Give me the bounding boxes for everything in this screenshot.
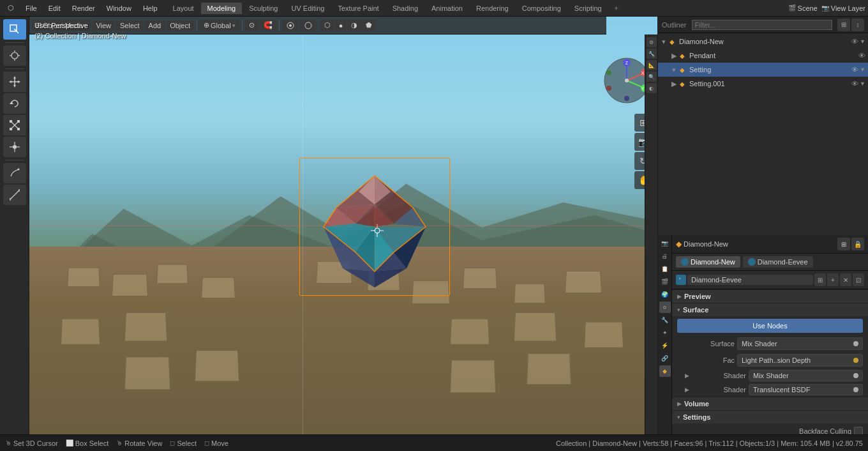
material-new-button[interactable]: + [827,273,839,286]
cursor-tool-button[interactable] [3,45,26,66]
setting-001-visibility-icon[interactable]: 👁 [851,80,858,88]
add-workspace-button[interactable]: ＋ [609,1,624,15]
tab-animation[interactable]: Animation [425,3,469,14]
surface-section-header[interactable]: ▾ Surface [672,303,868,316]
tab-modeling[interactable]: Modeling [201,3,243,14]
wireframe-shading-button[interactable]: ⬡ [320,20,334,31]
material-copy-button[interactable]: ⊡ [853,273,864,286]
settings-section-header[interactable]: ▾ Settings [672,410,868,424]
annotate-tool-button[interactable] [3,163,26,183]
props-btn-4[interactable]: 🔍 [647,72,657,82]
shader2-node-dot[interactable] [853,387,858,392]
edit-menu[interactable]: Edit [43,3,66,13]
surface-expand-icon: ▾ [677,307,680,313]
object-menu-button[interactable]: Object [166,20,194,31]
world-props-icon[interactable]: 🌍 [659,289,671,300]
props-btn-3[interactable]: 📐 [647,60,657,70]
output-props-icon[interactable]: 🖨 [659,250,671,262]
tab-compositing[interactable]: Compositing [516,3,567,14]
material-props-icon[interactable]: ◆ [659,365,671,377]
overlay-button[interactable] [282,20,299,31]
tab-rendering[interactable]: Rendering [470,3,515,14]
tab-scripting[interactable]: Scripting [568,3,608,14]
diamond-object[interactable] [304,163,445,291]
proportional-edit-button[interactable]: ⊙ [245,20,258,31]
setting-filter-icon[interactable]: ▼ [860,66,865,73]
shader1-value-field[interactable]: Mix Shader [749,370,863,381]
diamond-new-filter-icon[interactable]: ▼ [860,38,865,45]
particles-props-icon[interactable]: ✦ [659,327,671,339]
select-tool-button[interactable] [3,19,26,40]
render-menu[interactable]: Render [67,3,100,13]
props-btn-2[interactable]: 🔧 [647,49,657,59]
constraints-props-icon[interactable]: 🔗 [659,353,671,364]
tab-sculpting[interactable]: Sculpting [243,3,284,14]
material-tab-diamond-new[interactable]: Diamond-New [676,256,740,268]
tab-shading[interactable]: Shading [386,3,424,14]
material-tab-diamond-eevee[interactable]: Diamond-Eevee [743,256,813,268]
copy-to-selected-button[interactable]: ⊞ [837,238,850,250]
add-menu-button[interactable]: Add [145,20,165,31]
transform-tool-button[interactable] [3,137,26,157]
lookdev-shading-button[interactable]: ◑ [347,20,361,31]
right-panel: Outliner ⊞ ↕ ▾ ◆ Diamond-New 👁 ▼ ▶ ◆ P [657,17,868,434]
setting-001-filter-icon[interactable]: ▼ [860,80,865,87]
outliner-filter-button[interactable]: ⊞ [837,19,850,31]
surface-value-field[interactable]: Mix Shader [737,337,863,350]
blender-logo[interactable]: ⬡ [3,3,19,13]
scene-label: Scene [798,4,818,12]
props-btn-1[interactable]: ⚙ [647,37,657,47]
outliner-item-pendant[interactable]: ▶ ◆ Pendant 👁 [658,49,868,63]
preview-section-header[interactable]: ▶ Preview [672,289,868,303]
outliner-item-diamond-new[interactable]: ▾ ◆ Diamond-New 👁 ▼ [658,34,868,49]
pendant-visibility-icon[interactable]: 👁 [858,52,865,59]
shader1-node-dot[interactable] [853,373,858,378]
outliner-search-input[interactable] [692,20,832,30]
gizmo-button[interactable] [300,20,317,31]
tab-layout[interactable]: Layout [167,3,200,14]
use-nodes-button[interactable]: Use Nodes [677,319,863,333]
preview-section-title: Preview [684,293,863,300]
file-menu[interactable]: File [20,3,42,13]
object-props-icon[interactable]: ○ [659,302,671,313]
tab-uv-editing[interactable]: UV Editing [285,3,331,14]
material-browse-button[interactable]: ⊞ [814,273,826,286]
diamond-new-visibility-icon[interactable]: 👁 [851,38,858,45]
window-menu[interactable]: Window [101,3,137,13]
transform-selector[interactable]: ⊕ Global ▾ [200,20,239,31]
expand-icon-diamond: ▾ [661,38,667,46]
viewport[interactable]: ⊞ Object Mode ▾ View Select Add Object ⊕… [29,17,657,434]
backface-culling-checkbox[interactable] [854,427,863,434]
surface-node-dot[interactable] [853,341,858,346]
move-tool-button[interactable] [3,72,26,92]
scene-props-icon[interactable]: 🎬 [659,276,671,287]
rendered-shading-button[interactable]: ⬟ [362,20,376,31]
material-name-field[interactable]: Diamond-Eevee [687,275,813,285]
tab-texture-paint[interactable]: Texture Paint [331,3,385,14]
svg-point-73 [606,70,611,75]
outliner-item-setting[interactable]: ▾ ◆ Setting 👁 ▼ [658,63,868,77]
props-btn-5[interactable]: ◐ [647,83,657,93]
expand-icon-setting-001: ▶ [671,80,677,88]
scene-selector[interactable]: 🎬 Scene [788,4,818,12]
help-menu[interactable]: Help [138,3,163,13]
material-remove-button[interactable]: ✕ [840,273,851,286]
outliner-item-setting-001[interactable]: ▶ ◆ Setting.001 👁 ▼ [658,77,868,91]
view-layer-selector[interactable]: 📷 View Layer [821,4,865,12]
fac-node-dot[interactable] [853,358,858,363]
rotate-tool-button[interactable] [3,93,26,114]
solid-shading-button[interactable]: ● [335,20,347,31]
outliner-sort-button[interactable]: ↕ [851,19,864,31]
shader2-value-field[interactable]: Translucent BSDF [749,384,863,395]
fac-value-field[interactable]: Light Path..sion Depth [737,354,863,367]
render-props-icon[interactable]: 📷 [659,238,671,249]
view-layer-props-icon[interactable]: 📋 [659,263,671,275]
modifier-props-icon[interactable]: 🔧 [659,314,671,326]
physics-props-icon[interactable]: ⚡ [659,340,671,351]
snap-button[interactable]: 🧲 [260,20,276,31]
lock-button[interactable]: 🔒 [851,238,864,250]
measure-tool-button[interactable] [3,185,26,205]
scale-tool-button[interactable] [3,115,26,135]
setting-visibility-icon[interactable]: 👁 [851,66,858,73]
volume-section-header[interactable]: ▶ Volume [672,397,868,410]
